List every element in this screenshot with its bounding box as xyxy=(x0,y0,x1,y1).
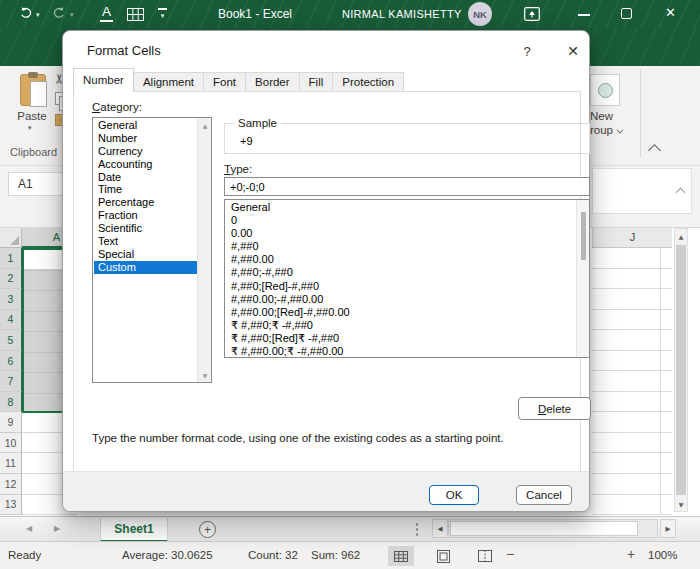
new-sheet-icon[interactable]: + xyxy=(199,521,216,538)
dialog-tab-border[interactable]: Border xyxy=(245,72,300,92)
category-option-accounting[interactable]: Accounting xyxy=(94,158,197,171)
category-option-date[interactable]: Date xyxy=(94,171,197,184)
type-code-option[interactable]: #,##0 xyxy=(226,240,574,253)
page-layout-view-icon[interactable] xyxy=(430,546,456,566)
scroll-down-icon[interactable]: ▼ xyxy=(675,497,687,511)
row-header-7[interactable]: 7 xyxy=(0,371,22,392)
category-option-fraction[interactable]: Fraction xyxy=(94,209,197,222)
column-header-a[interactable]: A xyxy=(22,228,62,248)
cancel-button[interactable]: Cancel xyxy=(516,485,572,505)
type-listbox[interactable]: General00.00#,##0#,##0.00#,##0;-#,##0#,#… xyxy=(224,199,590,358)
category-option-special[interactable]: Special xyxy=(94,248,197,261)
row-header-4[interactable]: 4 xyxy=(0,310,22,331)
dialog-tab-number[interactable]: Number xyxy=(73,68,134,92)
vertical-scrollbar[interactable]: ▲ ▼ xyxy=(674,228,688,512)
close-button[interactable]: ✕ xyxy=(665,5,676,20)
category-scrollbar[interactable]: ▲ ▼ xyxy=(197,118,211,382)
formula-bar[interactable] xyxy=(592,168,692,214)
category-option-currency[interactable]: Currency xyxy=(94,145,197,158)
scroll-up-icon[interactable]: ▲ xyxy=(675,229,687,243)
type-code-option[interactable]: #,##0.00 xyxy=(226,253,574,266)
row-header-3[interactable]: 3 xyxy=(0,289,22,310)
dialog-tab-fill[interactable]: Fill xyxy=(299,72,334,92)
type-code-option[interactable]: #,##0;-#,##0 xyxy=(226,266,574,279)
borders-icon[interactable] xyxy=(127,8,144,21)
category-option-time[interactable]: Time xyxy=(94,183,197,196)
tab-bar-splitter[interactable] xyxy=(415,522,419,537)
ribbon-display-options-icon[interactable] xyxy=(524,7,540,21)
new-group-icon[interactable] xyxy=(590,74,620,106)
row-header-8[interactable]: 8 xyxy=(0,392,22,413)
dialog-help-button[interactable]: ? xyxy=(515,39,539,63)
sheet-nav-left-icon[interactable]: ◀ xyxy=(26,524,32,533)
dialog-tab-protection[interactable]: Protection xyxy=(332,72,404,92)
row-header-9[interactable]: 9 xyxy=(0,412,22,433)
row-header-1[interactable]: 1 xyxy=(0,248,22,269)
formula-bar-expand-icon[interactable] xyxy=(676,188,686,198)
new-group-label-line1[interactable]: New xyxy=(590,110,613,122)
horizontal-scrollbar-thumb[interactable] xyxy=(450,521,638,536)
user-name[interactable]: NIRMAL KAMISHETTY xyxy=(342,8,462,20)
row-header-11[interactable]: 11 xyxy=(0,453,22,474)
type-code-option[interactable]: ₹ #,##0;₹ -#,##0 xyxy=(226,319,574,332)
font-color-icon[interactable]: A xyxy=(100,4,113,22)
category-option-custom[interactable]: Custom xyxy=(94,261,197,274)
undo-dropdown-icon[interactable]: ▾ xyxy=(36,11,40,19)
category-option-number[interactable]: Number xyxy=(94,132,197,145)
type-code-option[interactable]: ₹ #,##0;[Red]₹ -#,##0 xyxy=(226,332,574,345)
type-input[interactable]: +0;-0;0 xyxy=(224,177,590,196)
column-header-j[interactable]: J xyxy=(592,228,672,248)
row-header-2[interactable]: 2 xyxy=(0,269,22,290)
type-scrollbar-thumb[interactable] xyxy=(581,212,586,260)
status-sum[interactable]: Sum: 962 xyxy=(311,549,360,561)
row-header-6[interactable]: 6 xyxy=(0,351,22,372)
hscroll-left-icon[interactable]: ◀ xyxy=(432,519,448,538)
category-option-text[interactable]: Text xyxy=(94,235,197,248)
type-code-option[interactable]: 0 xyxy=(226,214,574,227)
paste-icon[interactable] xyxy=(20,74,46,106)
collapse-ribbon-icon[interactable] xyxy=(648,144,661,157)
zoom-level[interactable]: 100% xyxy=(648,549,677,561)
status-count[interactable]: Count: 32 xyxy=(248,549,298,561)
sheet-tab-sheet1[interactable]: Sheet1 xyxy=(100,518,168,542)
dialog-tab-alignment[interactable]: Alignment xyxy=(133,72,204,92)
redo-dropdown-icon[interactable]: ▾ xyxy=(70,11,74,19)
scroll-down-icon[interactable]: ▼ xyxy=(198,368,212,382)
sheet-nav-right-icon[interactable]: ▶ xyxy=(54,524,60,533)
type-code-option[interactable]: #,##0;[Red]-#,##0 xyxy=(226,280,574,293)
category-option-general[interactable]: General xyxy=(94,119,197,132)
type-code-option[interactable]: #,##0.00;-#,##0.00 xyxy=(226,293,574,306)
row-header-13[interactable]: 13 xyxy=(0,495,22,515)
column-j-cells[interactable] xyxy=(592,248,672,515)
zoom-in-icon[interactable]: + xyxy=(627,546,635,562)
category-option-percentage[interactable]: Percentage xyxy=(94,196,197,209)
row-header-12[interactable]: 12 xyxy=(0,474,22,495)
undo-icon[interactable] xyxy=(18,5,33,20)
maximize-button[interactable] xyxy=(621,8,632,19)
category-listbox[interactable]: GeneralNumberCurrencyAccountingDateTimeP… xyxy=(92,117,212,383)
avatar[interactable]: NK xyxy=(468,2,492,26)
category-option-scientific[interactable]: Scientific xyxy=(94,222,197,235)
row-header-10[interactable]: 10 xyxy=(0,433,22,454)
dialog-tab-font[interactable]: Font xyxy=(203,72,246,92)
type-code-option[interactable]: ₹ #,##0.00;₹ -#,##0.00 xyxy=(226,345,574,358)
type-code-option[interactable]: General xyxy=(226,201,574,214)
ok-button[interactable]: OK xyxy=(429,485,479,505)
hscroll-right-icon[interactable]: ▶ xyxy=(660,519,676,538)
type-code-option[interactable]: #,##0.00;[Red]-#,##0.00 xyxy=(226,306,574,319)
select-all-corner[interactable] xyxy=(0,228,22,248)
row-header-5[interactable]: 5 xyxy=(0,330,22,351)
paste-dropdown-icon[interactable]: ▾ xyxy=(28,124,32,132)
scroll-up-icon[interactable]: ▲ xyxy=(198,118,212,132)
type-code-option[interactable]: 0.00 xyxy=(226,227,574,240)
status-average[interactable]: Average: 30.0625 xyxy=(122,549,213,561)
page-break-preview-icon[interactable] xyxy=(472,546,498,566)
delete-button[interactable]: Delete xyxy=(518,397,591,420)
redo-icon[interactable] xyxy=(52,5,67,20)
type-scrollbar[interactable] xyxy=(576,200,589,357)
minimize-button[interactable] xyxy=(578,14,590,16)
vertical-scrollbar-thumb[interactable] xyxy=(676,245,686,495)
customize-qat-icon[interactable]: ▾ xyxy=(158,8,167,20)
zoom-out-icon[interactable]: − xyxy=(506,546,514,562)
dialog-close-button[interactable]: ✕ xyxy=(559,37,587,65)
